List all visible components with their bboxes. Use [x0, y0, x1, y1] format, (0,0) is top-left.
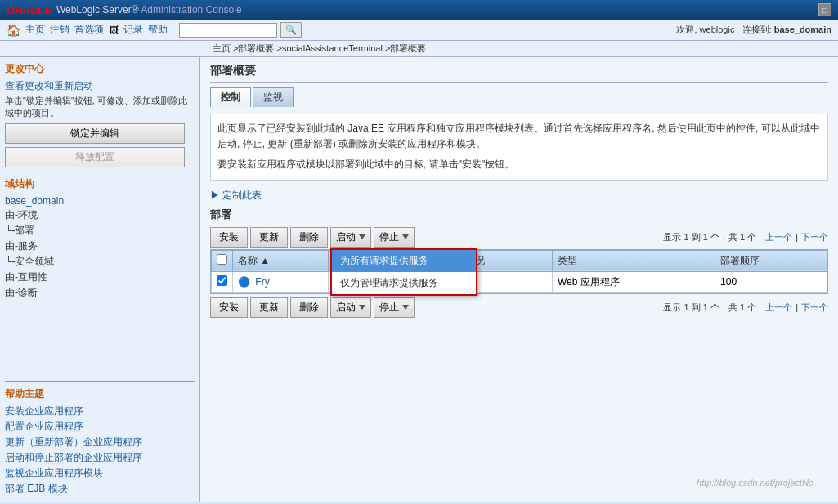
- sidebar: 更改中心 查看更改和重新启动 单击"锁定并编辑"按钮, 可修改、添加或删除此域中…: [0, 57, 200, 502]
- domain-section: 域结构 base_domain 由-环境 └-部署 由-服务 └-安全领域 由-…: [5, 177, 195, 301]
- changes-desc: 单击"锁定并编辑"按钮, 可修改、添加或删除此域中的项目。: [5, 95, 195, 120]
- page-title: 部署概要: [210, 64, 828, 83]
- tree-domain-name[interactable]: base_domain: [5, 194, 195, 207]
- help-links-list: 安装企业应用程序 配置企业应用程序 更新（重新部署）企业应用程序 启动和停止部署…: [5, 404, 195, 496]
- header-order: 部署顺序: [715, 250, 827, 271]
- header-name[interactable]: 名称 ▲: [233, 250, 329, 271]
- row-checkbox-cell: [212, 271, 233, 292]
- stop-dropdown-bottom-button[interactable]: 停止: [374, 297, 415, 318]
- close-icon[interactable]: □: [818, 3, 831, 16]
- tree-item-diag[interactable]: 由-诊断: [5, 285, 195, 301]
- tree-item-service[interactable]: 由-服务: [5, 239, 195, 254]
- start-dropdown-bottom-button[interactable]: 启动: [330, 297, 371, 318]
- row-order-cell: 100: [715, 271, 827, 292]
- header-type: 类型: [552, 250, 715, 271]
- customize-table-link[interactable]: ▶ 定制此表: [210, 189, 828, 203]
- nav-help[interactable]: 帮助: [148, 23, 168, 37]
- help-title: 帮助主题: [5, 387, 195, 401]
- help-link-item: 配置企业应用程序: [5, 420, 195, 434]
- help-link-config[interactable]: 配置企业应用程序: [5, 420, 195, 434]
- home-icon: 🏠: [7, 24, 20, 37]
- start-dropdown-button[interactable]: 启动: [330, 227, 371, 248]
- deploy-section-label: 部署: [210, 207, 828, 222]
- help-section: 帮助主题 安装企业应用程序 配置企业应用程序 更新（重新部署）企业应用程序 启动…: [5, 381, 195, 497]
- help-link-item: 监视企业应用程序模块: [5, 466, 195, 480]
- tree-item-security[interactable]: └-安全领域: [5, 254, 195, 270]
- domain-tree: base_domain 由-环境 └-部署 由-服务 └-安全领域 由-互用性 …: [5, 194, 195, 301]
- tab-monitor[interactable]: 监视: [253, 87, 294, 107]
- row-checkbox[interactable]: [217, 275, 227, 286]
- tab-control[interactable]: 控制: [210, 87, 251, 107]
- help-link-item: 部署 EJB 模块: [5, 482, 195, 496]
- changes-section: 更改中心 查看更改和重新启动 单击"锁定并编辑"按钮, 可修改、添加或删除此域中…: [5, 62, 195, 171]
- main-content: 部署概要 控制 监视 此页显示了已经安装到此域的 Java EE 应用程序和独立…: [200, 57, 838, 502]
- update-button-top[interactable]: 更新: [250, 227, 288, 248]
- nav-record[interactable]: 记录: [123, 23, 143, 37]
- help-link-install[interactable]: 安装企业应用程序: [5, 404, 195, 418]
- start-dropdown-container: 启动 为所有请求提供服务 仅为管理请求提供服务: [330, 227, 371, 248]
- help-link-item: 安装企业应用程序: [5, 404, 195, 418]
- table-row: 🔵 Fry 准备就绪 ✔ OK Web 应用程序 100: [212, 271, 827, 292]
- info-text-2: 要安装新应用程序或模块以部署到此域中的目标, 请单击"安装"按钮。: [217, 157, 821, 172]
- help-link-ejb[interactable]: 部署 EJB 模块: [5, 482, 195, 496]
- start-menu-item-admin[interactable]: 仅为管理请求提供服务: [332, 272, 476, 294]
- next-link-top[interactable]: 下一个: [801, 231, 828, 243]
- deploy-table: 名称 ▲ 状态 健康状况 类型 部署顺序 🔵 Fry: [211, 250, 827, 293]
- breadcrumb: 主页 >部署概要 >socialAssistanceTerminal >部署概要: [0, 41, 838, 57]
- welcome-area: 欢迎, weblogic 连接到: base_domain: [676, 24, 831, 36]
- nav-home[interactable]: 主页: [25, 23, 45, 37]
- tree-item-env[interactable]: 由-环境: [5, 207, 195, 223]
- install-button-top[interactable]: 安装: [210, 227, 248, 248]
- start-menu-item-all[interactable]: 为所有请求提供服务: [332, 250, 476, 272]
- help-link-update[interactable]: 更新（重新部署）企业应用程序: [5, 435, 195, 449]
- app-icon: 🔵: [238, 276, 250, 288]
- title-bar: ORACLE WebLogic Server® Administration C…: [0, 0, 838, 20]
- start-chevron-down-icon: [359, 234, 365, 239]
- stop-dropdown-container: 停止: [374, 227, 415, 248]
- row-type-cell: Web 应用程序: [552, 271, 715, 292]
- stop-bottom-chevron-down-icon: [402, 305, 409, 310]
- help-link-item: 启动和停止部署的企业应用程序: [5, 451, 195, 465]
- install-button-bottom[interactable]: 安装: [210, 297, 248, 318]
- top-nav: 🏠 主页 注销 首选项 🖼 记录 帮助 🔍 欢迎, weblogic 连接到: …: [0, 20, 838, 41]
- update-button-bottom[interactable]: 更新: [250, 297, 288, 318]
- tree-item-interop[interactable]: 由-互用性: [5, 270, 195, 285]
- next-link-bottom[interactable]: 下一个: [801, 301, 828, 314]
- header-checkbox-col: [212, 250, 233, 271]
- record-icon: 🖼: [109, 25, 119, 36]
- info-text-1: 此页显示了已经安装到此域的 Java EE 应用程序和独立应用程序模块列表。通过…: [217, 121, 821, 152]
- release-config-button[interactable]: 释放配置: [5, 147, 185, 167]
- select-all-checkbox[interactable]: [217, 254, 227, 265]
- search-button[interactable]: 🔍: [280, 22, 302, 38]
- main-layout: 更改中心 查看更改和重新启动 单击"锁定并编辑"按钮, 可修改、添加或删除此域中…: [0, 57, 838, 502]
- search-area: 🔍: [179, 22, 302, 38]
- tab-bar: 控制 监视: [210, 87, 828, 107]
- deploy-table-wrapper: 名称 ▲ 状态 健康状况 类型 部署顺序 🔵 Fry: [210, 249, 828, 294]
- help-link-start-stop[interactable]: 启动和停止部署的企业应用程序: [5, 451, 195, 465]
- domain-title: 域结构: [5, 177, 195, 191]
- row-name-cell: 🔵 Fry: [233, 271, 329, 292]
- app-name-link[interactable]: Fry: [255, 276, 269, 288]
- start-bottom-chevron-down-icon: [359, 305, 365, 310]
- help-link-monitor[interactable]: 监视企业应用程序模块: [5, 466, 195, 480]
- pagination-bottom: 显示 1 到 1 个，共 1 个 上一个 | 下一个: [663, 299, 828, 316]
- prev-link-bottom[interactable]: 上一个: [765, 301, 792, 314]
- info-section: 此页显示了已经安装到此域的 Java EE 应用程序和独立应用程序模块列表。通过…: [210, 114, 828, 181]
- view-changes-link[interactable]: 查看更改和重新启动: [5, 79, 195, 93]
- stop-dropdown-bottom-container: 停止: [374, 297, 415, 318]
- help-link-item: 更新（重新部署）企业应用程序: [5, 435, 195, 449]
- title-bar-text: WebLogic Server® Administration Console: [56, 4, 242, 16]
- changes-title: 更改中心: [5, 62, 195, 76]
- stop-chevron-down-icon: [402, 234, 409, 239]
- nav-preferences[interactable]: 首选项: [74, 23, 104, 37]
- delete-button-top[interactable]: 删除: [290, 227, 328, 248]
- stop-dropdown-button[interactable]: 停止: [374, 227, 415, 248]
- start-dropdown-bottom-container: 启动: [330, 297, 371, 318]
- search-input[interactable]: [179, 23, 277, 38]
- lock-edit-button[interactable]: 锁定并编辑: [5, 123, 185, 144]
- tree-item-deploy[interactable]: └-部署: [5, 223, 195, 239]
- prev-link-top[interactable]: 上一个: [765, 231, 792, 243]
- start-dropdown-menu: 为所有请求提供服务 仅为管理请求提供服务: [330, 248, 477, 296]
- delete-button-bottom[interactable]: 删除: [290, 297, 328, 318]
- nav-logout[interactable]: 注销: [50, 23, 69, 37]
